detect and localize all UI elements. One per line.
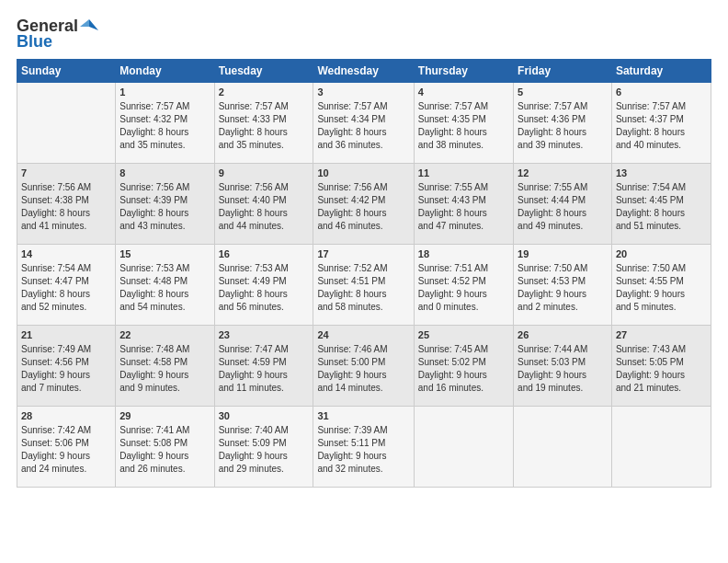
calendar-cell: 24Sunrise: 7:46 AMSunset: 5:00 PMDayligh…: [313, 326, 414, 407]
cell-info: and 52 minutes.: [21, 301, 111, 314]
day-number: 1: [119, 86, 210, 99]
cell-info: Sunset: 4:47 PM: [21, 275, 111, 288]
calendar-cell: 12Sunrise: 7:55 AMSunset: 4:44 PMDayligh…: [514, 164, 612, 245]
day-number: 19: [518, 247, 608, 261]
cell-info: Sunset: 4:36 PM: [518, 113, 608, 126]
cell-info: Daylight: 8 hours: [418, 207, 509, 220]
logo: General Blue: [17, 17, 98, 52]
cell-info: Daylight: 9 hours: [119, 369, 210, 382]
cell-info: Daylight: 8 hours: [317, 288, 409, 301]
day-number: 22: [119, 328, 210, 342]
day-number: 2: [219, 86, 310, 99]
cell-info: Sunset: 4:33 PM: [219, 113, 310, 126]
calendar-cell: 11Sunrise: 7:55 AMSunset: 4:43 PMDayligh…: [414, 164, 513, 245]
cell-info: Daylight: 8 hours: [317, 126, 409, 139]
calendar-cell: 16Sunrise: 7:53 AMSunset: 4:49 PMDayligh…: [214, 245, 313, 326]
week-row-1: 1Sunrise: 7:57 AMSunset: 4:32 PMDaylight…: [17, 83, 711, 164]
cell-info: and 41 minutes.: [21, 220, 111, 233]
cell-info: Daylight: 8 hours: [119, 126, 210, 139]
cell-info: Sunrise: 7:57 AM: [219, 100, 310, 113]
cell-info: Daylight: 9 hours: [616, 288, 707, 301]
cell-info: Sunset: 4:51 PM: [317, 275, 409, 288]
day-number: 13: [616, 167, 707, 180]
cell-info: Sunset: 4:59 PM: [219, 356, 310, 369]
cell-info: Daylight: 8 hours: [119, 207, 210, 220]
cell-info: Sunrise: 7:47 AM: [219, 343, 310, 356]
cell-info: and 24 minutes.: [21, 463, 111, 476]
calendar-cell: 8Sunrise: 7:56 AMSunset: 4:39 PMDaylight…: [116, 164, 214, 245]
cell-info: and 19 minutes.: [518, 382, 608, 395]
calendar-cell: 9Sunrise: 7:56 AMSunset: 4:40 PMDaylight…: [214, 164, 313, 245]
day-number: 28: [21, 409, 111, 423]
logo-bird-icon: [80, 17, 98, 36]
cell-info: Sunrise: 7:55 AM: [518, 181, 608, 194]
day-number: 23: [219, 328, 310, 342]
day-number: 16: [219, 247, 310, 261]
day-number: 18: [418, 247, 509, 261]
cell-info: Daylight: 8 hours: [21, 288, 111, 301]
calendar-cell: [414, 407, 513, 488]
calendar-cell: 31Sunrise: 7:39 AMSunset: 5:11 PMDayligh…: [313, 407, 414, 488]
cell-info: Sunrise: 7:45 AM: [418, 343, 509, 356]
cell-info: Sunset: 4:37 PM: [616, 113, 707, 126]
calendar-cell: 30Sunrise: 7:40 AMSunset: 5:09 PMDayligh…: [214, 407, 313, 488]
day-number: 21: [21, 328, 111, 342]
calendar-cell: 13Sunrise: 7:54 AMSunset: 4:45 PMDayligh…: [611, 164, 711, 245]
cell-info: Sunrise: 7:57 AM: [119, 100, 210, 113]
cell-info: Sunrise: 7:53 AM: [219, 262, 310, 275]
day-number: 9: [219, 167, 310, 180]
cell-info: and 21 minutes.: [616, 382, 707, 395]
calendar-cell: 4Sunrise: 7:57 AMSunset: 4:35 PMDaylight…: [414, 83, 513, 164]
cell-info: and 38 minutes.: [418, 139, 509, 152]
cell-info: Sunset: 4:45 PM: [616, 194, 707, 207]
cell-info: Sunset: 5:06 PM: [21, 437, 111, 450]
cell-info: and 14 minutes.: [317, 382, 409, 395]
calendar-cell: [514, 407, 612, 488]
cell-info: Sunrise: 7:54 AM: [616, 181, 707, 194]
calendar-cell: [17, 83, 116, 164]
svg-marker-1: [80, 19, 89, 27]
calendar-cell: 7Sunrise: 7:56 AMSunset: 4:38 PMDaylight…: [17, 164, 116, 245]
day-number: 30: [219, 409, 310, 423]
day-number: 6: [616, 86, 707, 99]
day-number: 11: [418, 167, 509, 180]
cell-info: and 54 minutes.: [119, 301, 210, 314]
calendar-cell: 5Sunrise: 7:57 AMSunset: 4:36 PMDaylight…: [514, 83, 612, 164]
cell-info: Sunset: 4:48 PM: [119, 275, 210, 288]
cell-info: Sunset: 4:55 PM: [616, 275, 707, 288]
day-header-sunday: Sunday: [17, 60, 116, 83]
day-number: 17: [317, 247, 409, 261]
cell-info: Sunset: 4:53 PM: [518, 275, 608, 288]
day-number: 25: [418, 328, 509, 342]
cell-info: Daylight: 9 hours: [21, 450, 111, 463]
cell-info: and 49 minutes.: [518, 220, 608, 233]
calendar-table: SundayMondayTuesdayWednesdayThursdayFrid…: [17, 59, 711, 488]
day-header-monday: Monday: [116, 60, 214, 83]
day-header-wednesday: Wednesday: [313, 60, 414, 83]
cell-info: Sunrise: 7:46 AM: [317, 343, 409, 356]
page: General Blue SundayMondayTuesdayWednesda…: [0, 0, 728, 563]
day-header-friday: Friday: [514, 60, 612, 83]
cell-info: Daylight: 9 hours: [317, 369, 409, 382]
day-header-saturday: Saturday: [611, 60, 711, 83]
cell-info: Sunset: 4:34 PM: [317, 113, 409, 126]
calendar-cell: 27Sunrise: 7:43 AMSunset: 5:05 PMDayligh…: [611, 326, 711, 407]
cell-info: Sunset: 4:52 PM: [418, 275, 509, 288]
cell-info: Sunset: 4:35 PM: [418, 113, 509, 126]
cell-info: Daylight: 9 hours: [219, 450, 310, 463]
cell-info: Sunrise: 7:53 AM: [119, 262, 210, 275]
cell-info: Sunrise: 7:41 AM: [119, 424, 210, 437]
cell-info: Sunset: 5:03 PM: [518, 356, 608, 369]
week-row-5: 28Sunrise: 7:42 AMSunset: 5:06 PMDayligh…: [17, 407, 711, 488]
day-number: 29: [119, 409, 210, 423]
cell-info: and 51 minutes.: [616, 220, 707, 233]
day-number: 4: [418, 86, 509, 99]
calendar-cell: 19Sunrise: 7:50 AMSunset: 4:53 PMDayligh…: [514, 245, 612, 326]
calendar-cell: 10Sunrise: 7:56 AMSunset: 4:42 PMDayligh…: [313, 164, 414, 245]
day-number: 5: [518, 86, 608, 99]
cell-info: Sunrise: 7:44 AM: [518, 343, 608, 356]
cell-info: Daylight: 9 hours: [616, 369, 707, 382]
cell-info: Daylight: 8 hours: [21, 207, 111, 220]
cell-info: Daylight: 8 hours: [518, 207, 608, 220]
header: General Blue: [17, 17, 711, 52]
